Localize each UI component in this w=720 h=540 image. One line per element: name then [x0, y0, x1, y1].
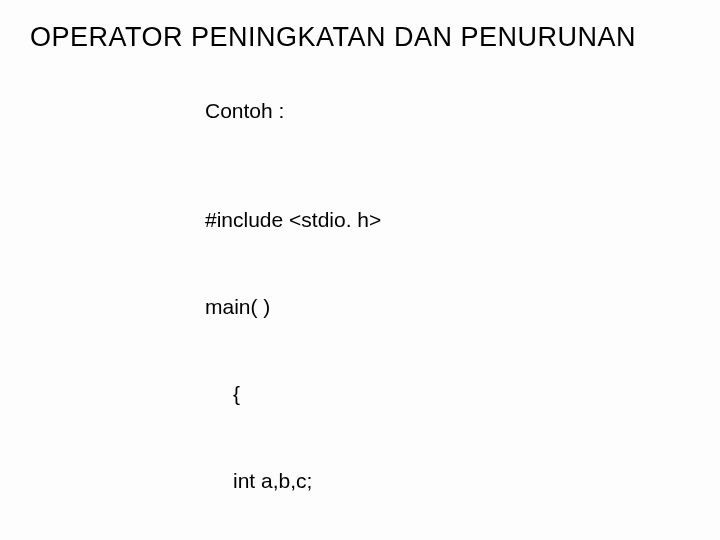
code-block: #include <stdio. h> main( ) { int a,b,c;…	[205, 148, 720, 540]
code-line: int a,b,c;	[233, 467, 720, 496]
code-line: main( )	[205, 293, 720, 322]
example-label: Contoh :	[205, 97, 720, 126]
slide-body: Contoh : #include <stdio. h> main( ) { i…	[205, 97, 720, 540]
code-line: #include <stdio. h>	[205, 206, 720, 235]
code-line: {	[233, 380, 720, 409]
slide: OPERATOR PENINGKATAN DAN PENURUNAN Conto…	[0, 0, 720, 540]
slide-title: OPERATOR PENINGKATAN DAN PENURUNAN	[30, 22, 720, 53]
